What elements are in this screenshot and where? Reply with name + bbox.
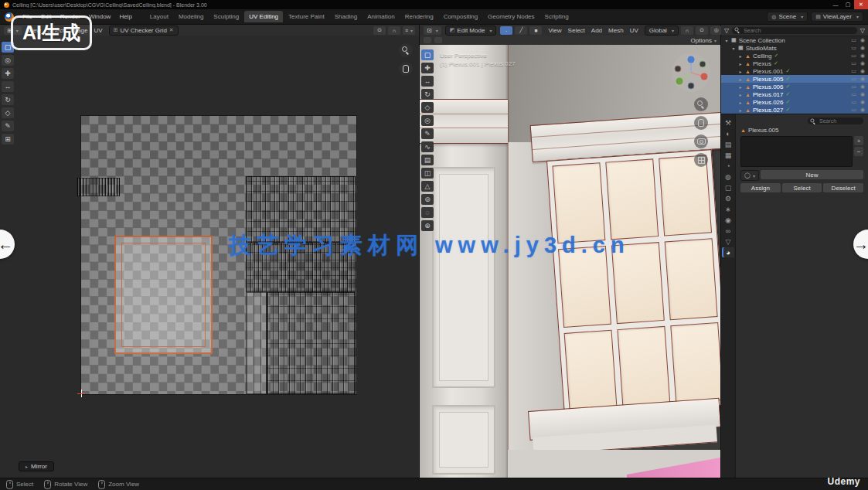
options-dropdown[interactable]: Options [690, 37, 717, 44]
modifiers-tab[interactable]: ⚙ [722, 193, 734, 203]
overlays-icon[interactable]: ≡ [403, 26, 415, 35]
disclosure-icon[interactable]: ▾ [731, 46, 736, 51]
select-button[interactable]: Select [782, 183, 822, 192]
image-datablock-selector[interactable]: ⊞ UV Checker Grid ✕ [109, 26, 179, 36]
wall-panel[interactable] [432, 405, 495, 475]
hide-in-render-icon[interactable]: ◉ [860, 91, 865, 97]
disclosure-icon[interactable]: ▸ [738, 53, 743, 59]
disclosure-icon[interactable]: ▸ [738, 84, 743, 90]
uv-selected-island[interactable] [114, 236, 213, 354]
view-layer-tab[interactable]: ▦ [722, 150, 734, 160]
particles-tab[interactable]: ∗ [722, 204, 734, 214]
outliner-search[interactable] [732, 27, 857, 34]
perspective-toggle-icon[interactable] [694, 153, 708, 167]
transform-tool[interactable]: ◎ [421, 115, 434, 126]
viewport-menu-item[interactable]: Select [566, 26, 587, 35]
hide-in-viewport-icon[interactable]: ▭ [851, 83, 856, 90]
workspace-tab[interactable]: Texture Paint [284, 11, 329, 22]
window-pane[interactable] [670, 322, 720, 403]
zoom-icon[interactable] [694, 97, 708, 111]
disclosure-icon[interactable]: ▸ [738, 100, 743, 105]
measure-tool[interactable]: ∿ [421, 141, 434, 152]
hide-in-viewport-icon[interactable]: ▭ [851, 60, 856, 66]
navigation-gizmo[interactable] [671, 53, 711, 93]
scene-3d[interactable] [420, 45, 720, 478]
hide-in-render-icon[interactable]: ◉ [860, 68, 865, 74]
workspace-tab[interactable]: Rendering [400, 11, 438, 22]
bevel-tool[interactable]: ⊚ [421, 194, 434, 205]
viewlayer-selector[interactable]: ▤ ViewLayer [811, 12, 863, 22]
hide-in-render-icon[interactable]: ◉ [860, 53, 865, 59]
disclosure-icon[interactable]: ▸ [738, 61, 743, 66]
tool-tab[interactable]: ⚒ [722, 117, 734, 128]
rotate-tool[interactable]: ↻ [2, 94, 14, 105]
extrude-tool[interactable]: ◫ [421, 168, 434, 179]
uv-island-cluster[interactable] [77, 178, 120, 196]
editor-type-button[interactable]: ⊡ [424, 26, 441, 35]
add-slot-button[interactable]: + [854, 136, 863, 145]
scene-tab[interactable]: ◔ [722, 161, 734, 171]
outliner-row[interactable]: ▾ ▦ StudioMats ▭ ◉ [721, 44, 868, 52]
window-pane[interactable] [659, 155, 712, 236]
operator-redo-panel[interactable]: ▸ Mirror [19, 461, 54, 471]
tool-options-icon[interactable] [434, 37, 442, 43]
hide-in-render-icon[interactable]: ◉ [860, 76, 865, 82]
edge-select-mode[interactable]: ╱ [515, 26, 527, 35]
workspace-tab[interactable]: Layout [145, 11, 173, 22]
disclosure-icon[interactable]: ▸ [738, 69, 743, 74]
outliner-row[interactable]: ▸ ▲ Plexus.027 ✓ ▭ ◉ [721, 106, 868, 114]
maximize-button[interactable]: ▢ [842, 0, 854, 9]
face-select-mode[interactable]: ■ [529, 26, 542, 35]
pivot-point-icon[interactable]: ⊙ [696, 26, 708, 35]
wall-panel[interactable] [432, 167, 495, 388]
object-tab[interactable]: ▢ [722, 182, 734, 192]
filter-options-icon[interactable]: ▽ [860, 27, 865, 34]
window-pane[interactable] [617, 325, 670, 407]
workspace-tab[interactable]: Scripting [540, 11, 574, 22]
hide-in-viewport-icon[interactable]: ▭ [851, 37, 856, 43]
hide-in-viewport-icon[interactable]: ▭ [851, 45, 856, 51]
pivot-point-icon[interactable]: ⊙ [373, 26, 386, 35]
box-select-tool[interactable]: ▢ [421, 49, 434, 60]
world-tab[interactable]: ◍ [722, 172, 734, 182]
window-pane[interactable] [665, 239, 718, 320]
search-input[interactable] [741, 28, 857, 33]
material-slot-list[interactable] [740, 136, 853, 167]
uv-menu-item[interactable]: UV [91, 26, 104, 35]
circle-select-tool[interactable]: ◎ [2, 55, 14, 66]
hide-in-viewport-icon[interactable]: ▭ [851, 99, 856, 105]
outliner-row[interactable]: ▸ ▲ Plexus ✓ ▭ ◉ [721, 60, 868, 67]
hide-in-viewport-icon[interactable]: ▭ [851, 107, 856, 113]
workspace-tab[interactable]: Compositing [439, 11, 482, 22]
hide-in-render-icon[interactable]: ◉ [860, 107, 865, 113]
window-pane[interactable] [564, 329, 618, 410]
inset-faces-tool[interactable]: △ [421, 181, 434, 192]
new-material-button[interactable]: New [761, 170, 863, 179]
hide-in-render-icon[interactable]: ◉ [860, 60, 865, 66]
window-frame[interactable] [546, 149, 720, 417]
workspace-tab[interactable]: Sculpting [209, 11, 243, 22]
annotate-tool[interactable]: ✎ [421, 128, 434, 139]
uv-island-band[interactable] [246, 292, 267, 394]
properties-search[interactable] [808, 117, 863, 124]
constraints-tab[interactable]: ∞ [722, 226, 734, 236]
workspace-tab[interactable]: Modeling [174, 11, 208, 22]
render-tab[interactable]: ◐ [722, 128, 734, 138]
transform-orientation-selector[interactable]: Global [645, 26, 679, 36]
hide-in-render-icon[interactable]: ◉ [860, 45, 865, 51]
knife-tool[interactable]: ⊕ [421, 220, 434, 231]
hide-in-viewport-icon[interactable]: ▭ [851, 53, 856, 59]
viewport-menu-item[interactable]: View [546, 26, 563, 35]
outliner-row[interactable]: ▸ ▲ Plexus.017 ✓ ▭ ◉ [721, 90, 868, 98]
snapping-magnet-icon[interactable]: ∩ [681, 26, 693, 35]
workspace-tab[interactable]: Shading [330, 11, 362, 22]
vertex-select-mode[interactable]: ∙ [500, 26, 512, 35]
viewport-canvas[interactable]: ▢✚↔↻◇◎✎∿▤◫△⊚◌⊕ User Perspective (1) Plex… [420, 45, 720, 478]
output-tab[interactable]: ▤ [722, 139, 734, 149]
loop-cut-tool[interactable]: ◌ [421, 207, 434, 218]
active-tool-icon[interactable] [424, 37, 431, 43]
pan-hand-icon[interactable] [694, 116, 708, 130]
viewport-menu-item[interactable]: Add [589, 26, 604, 35]
cursor-tool[interactable]: ✚ [421, 63, 434, 73]
cursor-tool[interactable]: ✚ [2, 68, 14, 79]
